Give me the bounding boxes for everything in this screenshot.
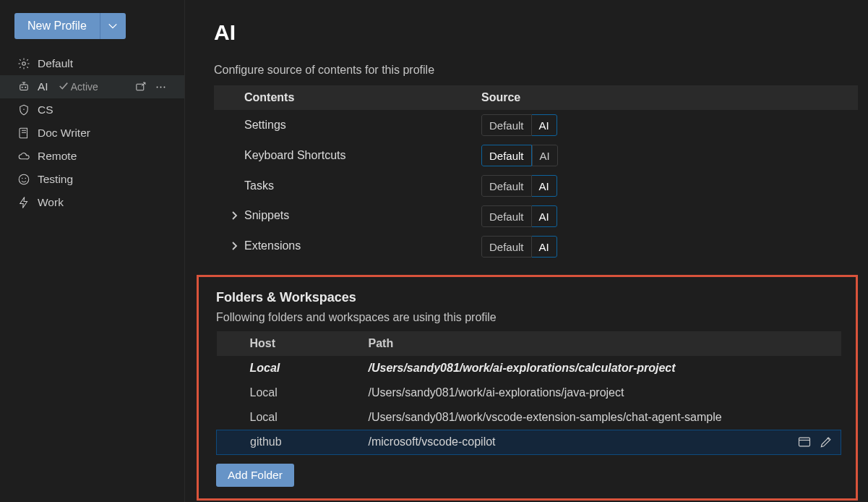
contents-row-name: Extensions (214, 231, 481, 262)
svg-point-2 (22, 87, 23, 88)
source-toggle: DefaultAI (481, 114, 557, 136)
folders-table: Host Path Local/Users/sandy081/work/ai-e… (216, 331, 841, 455)
folder-row[interactable]: github/microsoft/vscode-copilot (217, 430, 841, 454)
sidebar-item-remote[interactable]: Remote (0, 145, 184, 168)
contents-header-source: Source (481, 85, 858, 110)
folder-row[interactable]: Local/Users/sandy081/work/ai-exploration… (217, 356, 841, 380)
contents-row-name: Tasks (214, 171, 481, 201)
svg-point-8 (23, 109, 25, 111)
toggle-ai-button[interactable]: AI (532, 236, 557, 258)
contents-row-source: DefaultAI (481, 201, 858, 231)
sidebar-item-testing[interactable]: Testing (0, 168, 184, 191)
new-profile-button[interactable]: New Profile (14, 13, 100, 39)
profile-label: Remote (38, 150, 77, 163)
contents-row: TasksDefaultAI (214, 171, 858, 201)
toggle-ai-button[interactable]: AI (532, 145, 558, 166)
new-window-icon[interactable] (134, 80, 147, 93)
contents-row-source: DefaultAI (481, 231, 858, 262)
main-panel: AI Configure source of contents for this… (185, 0, 868, 502)
chevron-right-icon[interactable] (228, 240, 240, 252)
smiley-icon (17, 173, 30, 186)
svg-point-5 (156, 86, 158, 88)
svg-point-0 (22, 62, 26, 66)
folders-title: Folders & Workspaces (216, 290, 841, 305)
svg-rect-12 (799, 438, 810, 446)
new-profile-control: New Profile (14, 13, 170, 39)
gear-icon (17, 57, 30, 70)
shield-icon (17, 103, 30, 116)
contents-row: ExtensionsDefaultAI (214, 231, 858, 262)
contents-row: SnippetsDefaultAI (214, 201, 858, 231)
active-badge: Active (59, 81, 98, 93)
folder-row[interactable]: Local/Users/sandy081/work/ai-exploration… (217, 380, 841, 405)
folder-path: /Users/sandy081/work/ai-explorations/cal… (369, 356, 776, 380)
folder-row-actions (776, 435, 841, 449)
edit-icon[interactable] (819, 435, 833, 449)
svg-point-6 (160, 86, 161, 88)
svg-point-11 (25, 178, 27, 179)
sidebar-item-cs[interactable]: CS (0, 98, 184, 122)
folders-section: Folders & Workspaces Following folders a… (197, 275, 858, 501)
book-icon (17, 127, 30, 140)
contents-description: Configure source of contents for this pr… (185, 45, 868, 85)
sidebar: New Profile Default AI Active CS Doc Wri… (0, 0, 185, 502)
chevron-down-icon (108, 21, 118, 31)
chevron-right-icon[interactable] (228, 210, 240, 221)
folder-host: Local (217, 356, 369, 380)
contents-row-name: Settings (214, 110, 481, 140)
more-icon[interactable] (154, 80, 167, 93)
contents-row-name: Keyboard Shortcuts (214, 140, 481, 171)
toggle-default-button[interactable]: Default (481, 175, 532, 197)
active-text: Active (71, 81, 98, 93)
source-toggle: DefaultAI (481, 205, 557, 227)
contents-header-contents: Contents (214, 85, 481, 110)
folder-row[interactable]: Local/Users/sandy081/work/vscode-extensi… (217, 405, 841, 430)
folders-header-path: Path (369, 331, 776, 356)
toggle-default-button[interactable]: Default (481, 236, 532, 258)
source-toggle: DefaultAI (481, 145, 558, 166)
add-folder-button[interactable]: Add Folder (216, 464, 294, 487)
contents-row-source: DefaultAI (481, 110, 858, 140)
toggle-ai-button[interactable]: AI (532, 205, 557, 227)
toggle-default-button[interactable]: Default (481, 145, 532, 166)
new-profile-dropdown-button[interactable] (100, 13, 126, 39)
open-window-icon[interactable] (797, 435, 812, 449)
profile-label: Default (38, 57, 73, 70)
sidebar-item-work[interactable]: Work (0, 191, 184, 214)
toggle-default-button[interactable]: Default (481, 205, 532, 227)
folder-path: /Users/sandy081/work/ai-explorations/jav… (369, 380, 776, 405)
profile-label: Testing (38, 173, 73, 186)
sidebar-item-ai[interactable]: AI Active (0, 75, 184, 98)
folders-header-host: Host (217, 331, 369, 356)
source-toggle: DefaultAI (481, 175, 557, 197)
folder-host: github (217, 430, 369, 454)
cloud-icon (17, 150, 30, 163)
svg-rect-1 (20, 85, 28, 90)
folder-path: /microsoft/vscode-copilot (369, 430, 776, 454)
contents-row: SettingsDefaultAI (214, 110, 858, 140)
contents-row-source: DefaultAI (481, 171, 858, 201)
profile-label: Work (38, 196, 64, 209)
svg-point-7 (163, 86, 165, 88)
contents-row-source: DefaultAI (481, 140, 858, 171)
profile-list: Default AI Active CS Doc Writer Remote T… (0, 52, 184, 214)
contents-table: Contents Source SettingsDefaultAIKeyboar… (214, 85, 858, 262)
profile-label: AI (38, 80, 48, 93)
folder-path: /Users/sandy081/work/vscode-extension-sa… (369, 405, 776, 430)
sidebar-item-default[interactable]: Default (0, 52, 184, 75)
folder-host: Local (217, 380, 369, 405)
toggle-default-button[interactable]: Default (481, 114, 532, 136)
bolt-icon (17, 196, 30, 209)
sidebar-item-doc-writer[interactable]: Doc Writer (0, 122, 184, 145)
toggle-ai-button[interactable]: AI (532, 175, 557, 197)
source-toggle: DefaultAI (481, 236, 557, 258)
profile-label: Doc Writer (38, 127, 90, 140)
profile-label: CS (38, 103, 53, 116)
svg-point-9 (19, 174, 29, 184)
robot-icon (17, 80, 30, 93)
folder-host: Local (217, 405, 369, 430)
toggle-ai-button[interactable]: AI (532, 114, 557, 136)
page-title: AI (185, 0, 868, 45)
svg-point-10 (22, 178, 23, 179)
svg-point-3 (25, 87, 26, 88)
